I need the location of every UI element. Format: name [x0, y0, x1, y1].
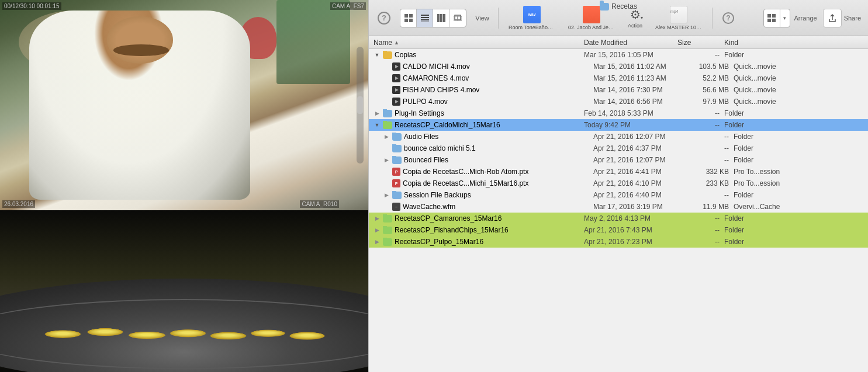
disclosure-triangle[interactable]	[383, 86, 390, 93]
help-btn-2[interactable]: ?	[718, 4, 739, 33]
list-item[interactable]: ▶FISH AND CHIPS 4.movMar 14, 2016 7:30 P…	[369, 84, 868, 96]
file-icon	[383, 227, 392, 234]
svg-rect-10	[443, 14, 445, 22]
sep-1	[498, 8, 499, 29]
view-icon-btn[interactable]	[400, 9, 417, 27]
file-size: --	[687, 144, 734, 152]
grid-icon	[404, 14, 413, 22]
sort-arrow: ▲	[394, 40, 399, 46]
list-item[interactable]: ▶RecetasCP_Pulpo_15Mar16Apr 21, 2016 7:2…	[369, 236, 868, 248]
disclosure-triangle[interactable]: ▶	[383, 133, 390, 140]
file-date: Feb 14, 2018 5:33 PM	[584, 109, 677, 117]
list-item[interactable]: PCopia de RecetasC...Michi_15Mar16.ptxAp…	[369, 178, 868, 189]
list-item[interactable]: ▶PULPO 4.movMar 14, 2016 6:56 PM97.9 MBQ…	[369, 96, 868, 107]
file-name-text: PULPO 4.mov	[403, 98, 448, 106]
disclosure-triangle[interactable]	[383, 63, 390, 70]
column-view-btn[interactable]	[433, 9, 449, 27]
disclosure-triangle[interactable]	[383, 180, 390, 187]
header-kind[interactable]: Kind	[722, 36, 866, 48]
list-item[interactable]: ~WaveCache.wfmMar 17, 2016 3:19 PM11.9 M…	[369, 201, 868, 213]
video-cam-bottom: CAM A_R010	[300, 200, 339, 208]
file-kind: Pro To...ession	[734, 179, 866, 187]
file-size: --	[677, 214, 724, 222]
disclosure-triangle[interactable]	[383, 145, 390, 152]
file-name-cell: ▶Bounced Files	[383, 156, 593, 164]
list-item[interactable]: bounce caldo michi 5.1Apr 21, 2016 4:37 …	[369, 142, 868, 154]
disclosure-triangle[interactable]: ▶	[374, 238, 381, 245]
wav-file-btn[interactable]: wav Room ToneBañoTuberiaagua.1.wav	[504, 4, 560, 33]
arrange-icon-btn[interactable]	[764, 9, 780, 27]
list-item[interactable]: ▶CALDO MICHI 4.movMar 15, 2016 11:02 AM1…	[369, 61, 868, 72]
file-name-cell: ▶RecetasCP_Pulpo_15Mar16	[374, 238, 584, 246]
list-item[interactable]: ▶Bounced FilesApr 21, 2016 12:07 PM--Fol…	[369, 154, 868, 166]
view-label-btn[interactable]: View	[472, 4, 493, 33]
mustache	[113, 44, 169, 55]
file-kind: Folder	[724, 121, 866, 129]
file-kind: Folder	[724, 238, 866, 246]
disclosure-triangle[interactable]	[383, 98, 390, 105]
list-item[interactable]: ▶RecetasCP_FishandChips_15Mar16Apr 21, 2…	[369, 224, 868, 236]
file-icon: ▶	[392, 86, 400, 94]
list-item[interactable]: ▶Audio FilesApr 21, 2016 12:07 PM--Folde…	[369, 131, 868, 142]
file-name-text: Plug-In Settings	[395, 109, 444, 117]
list-item[interactable]: PCopia de RecetasC...Mich-Rob Atom.ptxAp…	[369, 166, 868, 178]
svg-rect-16	[767, 19, 771, 22]
file-size: 233 KB	[687, 179, 734, 187]
header-size[interactable]: Size	[675, 36, 722, 48]
video-label-cam: CAM A_FS7	[330, 2, 366, 10]
header-date[interactable]: Date Modified	[582, 36, 675, 48]
file-kind: Folder	[734, 156, 866, 164]
file-icon	[392, 145, 402, 152]
file-kind: Pro To...ession	[734, 168, 866, 176]
list-item[interactable]: ▶CAMARONES 4.movMar 15, 2016 11:23 AM52.…	[369, 72, 868, 84]
disclosure-triangle[interactable]: ▶	[383, 192, 390, 199]
disclosure-triangle[interactable]: ▶	[374, 227, 381, 234]
share-btn[interactable]	[823, 9, 842, 27]
help-button[interactable]: ?	[374, 4, 395, 33]
file-date: Mar 15, 2016 11:02 AM	[593, 62, 687, 71]
file-name-text: Copia de RecetasC...Michi_15Mar16.ptx	[403, 179, 528, 187]
disclosure-triangle[interactable]	[383, 168, 390, 175]
file-name-text: Bounced Files	[404, 156, 448, 164]
list-item[interactable]: ▶Plug-In SettingsFeb 14, 2018 5:33 PM--F…	[369, 107, 868, 119]
file-name-cell: ▶Audio Files	[383, 133, 593, 141]
file-kind: Quick...movie	[734, 98, 866, 106]
view-label: View	[475, 15, 489, 22]
header-size-label: Size	[677, 39, 691, 47]
coverflow-view-btn[interactable]	[449, 9, 466, 27]
file-kind: Folder	[734, 191, 866, 199]
list-view-btn[interactable]	[417, 9, 433, 27]
file-icon	[383, 238, 392, 246]
header-name[interactable]: Name ▲	[371, 36, 582, 48]
file-size: --	[677, 51, 724, 59]
list-item[interactable]: ▼CopiasMar 15, 2016 1:05 PM--Folder	[369, 49, 868, 61]
list-item[interactable]: ▶RecetasCP_Camarones_15Mar16May 2, 2016 …	[369, 213, 868, 224]
disclosure-triangle[interactable]: ▶	[374, 110, 381, 117]
title-folder-icon	[600, 3, 609, 11]
disclosure-triangle[interactable]: ▶	[374, 215, 381, 222]
list-item[interactable]: ▼RecetasCP_CaldoMichi_15Mar16Today 9:42 …	[369, 119, 868, 131]
disclosure-triangle[interactable]	[383, 203, 390, 210]
disclosure-triangle[interactable]: ▼	[374, 51, 381, 58]
list-item[interactable]: ▶Session File BackupsApr 21, 2016 4:40 P…	[369, 189, 868, 201]
help-icon-2: ?	[722, 12, 734, 24]
arrange-dropdown-btn[interactable]: ▾	[780, 9, 790, 27]
svg-rect-2	[404, 19, 408, 22]
svg-rect-8	[437, 14, 440, 22]
sep-2	[712, 8, 713, 29]
file-date: Mar 17, 2016 3:19 PM	[593, 203, 687, 211]
list-icon	[421, 14, 429, 22]
mp4-file-btn[interactable]: mp4 Alex MASTER 1080.mp4	[651, 4, 707, 33]
wav-label-icon: wav	[528, 12, 535, 16]
disclosure-triangle[interactable]: ▶	[383, 157, 390, 164]
file-name-text: CAMARONES 4.mov	[403, 74, 469, 82]
disclosure-triangle[interactable]: ▼	[374, 121, 381, 128]
file-date: Apr 21, 2016 12:07 PM	[593, 133, 687, 141]
arrange-group: ▾	[763, 9, 790, 27]
disclosure-triangle[interactable]	[383, 75, 390, 82]
header-name-label: Name	[374, 39, 392, 47]
file-date: Mar 15, 2016 11:23 AM	[593, 74, 687, 82]
file-date: Mar 14, 2016 7:30 PM	[593, 86, 687, 94]
video-scrubber[interactable]	[357, 47, 364, 164]
file-date: Mar 14, 2016 6:56 PM	[593, 98, 687, 106]
